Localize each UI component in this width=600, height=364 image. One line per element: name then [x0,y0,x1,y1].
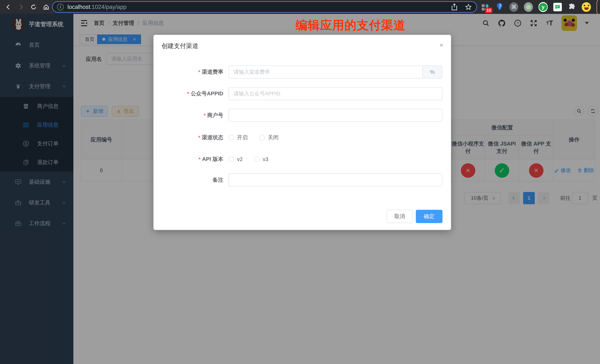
field-label: 商户号 [207,112,223,119]
field-label: 渠道状态 [202,134,223,141]
merchant-id-input[interactable] [228,109,442,122]
required-mark: * [198,156,200,162]
form-row-channel-status: *渠道状态 开启 关闭 [153,131,451,144]
site-info-icon[interactable]: i [57,4,64,10]
extensions-puzzle-icon[interactable] [568,2,576,12]
back-icon[interactable] [4,3,13,11]
dialog-footer: 取消 确定 [386,210,442,223]
annotation-text: 编辑应用的支付渠道 [239,17,462,33]
percent-suffix: % [422,66,442,78]
extension-command-icon[interactable]: ⌘ [509,2,518,12]
confirm-button[interactable]: 确定 [416,210,442,223]
form-row-remark: 备注 [153,173,451,186]
screen: i localhost:1024/pay/app 10 ⌘ [0,0,600,364]
field-label: 渠道费率 [202,68,223,76]
appid-input[interactable] [228,87,442,100]
radio-api-v3[interactable]: v3 [254,156,269,162]
field-label: API 版本 [202,155,223,163]
bookmark-star-icon[interactable] [465,3,472,10]
home-icon[interactable] [42,3,50,11]
required-mark: * [198,69,200,75]
reload-icon[interactable] [29,3,38,11]
radio-status-open[interactable]: 开启 [228,134,248,141]
radio-status-closed[interactable]: 关闭 [259,134,279,141]
extension-y-icon[interactable]: y [538,2,548,12]
form-row-merchant-id: *商户号 [153,109,451,122]
url-text[interactable]: localhost:1024/pay/app [67,4,127,10]
field-label: 公众号APPID [191,90,223,97]
dialog-title: 创建支付渠道 [162,42,198,50]
extension-record-icon[interactable] [524,2,533,12]
radio-circle-icon [254,156,260,162]
radio-circle-icon [228,135,234,140]
extension-balloon-icon[interactable] [495,2,504,12]
required-mark: * [187,91,189,97]
create-channel-dialog: 创建支付渠道 × *渠道费率 % *公众号APPID *商户号 [153,35,451,230]
extension-kit-icon[interactable]: 10 [481,2,490,12]
share-icon[interactable] [451,3,458,10]
remark-input[interactable] [228,173,442,186]
url-bar[interactable]: i localhost:1024/pay/app [52,1,477,13]
fee-rate-input[interactable] [229,66,422,78]
extension-badge: 10 [485,8,492,13]
cancel-button[interactable]: 取消 [386,210,413,223]
dialog-close-icon[interactable]: × [440,41,443,49]
radio-api-v2[interactable]: v2 [228,156,243,162]
required-mark: * [198,135,200,141]
forward-icon[interactable] [17,3,25,11]
profile-avatar-icon[interactable] [582,2,591,12]
field-label: 备注 [213,176,223,184]
extension-chat-icon[interactable] [553,2,562,12]
browser-chrome: i localhost:1024/pay/app 10 ⌘ [0,0,600,14]
app-page: 芋道管理系统 首页 系统管理 ¥ 支付管理 [0,14,600,364]
required-mark: * [204,112,206,118]
radio-circle-icon [228,156,234,162]
form-row-api-version: *API 版本 v2 v3 [153,153,451,165]
radio-circle-icon [259,135,265,140]
form-row-fee-rate: *渠道费率 % [153,65,451,79]
form-row-appid: *公众号APPID [153,87,451,100]
